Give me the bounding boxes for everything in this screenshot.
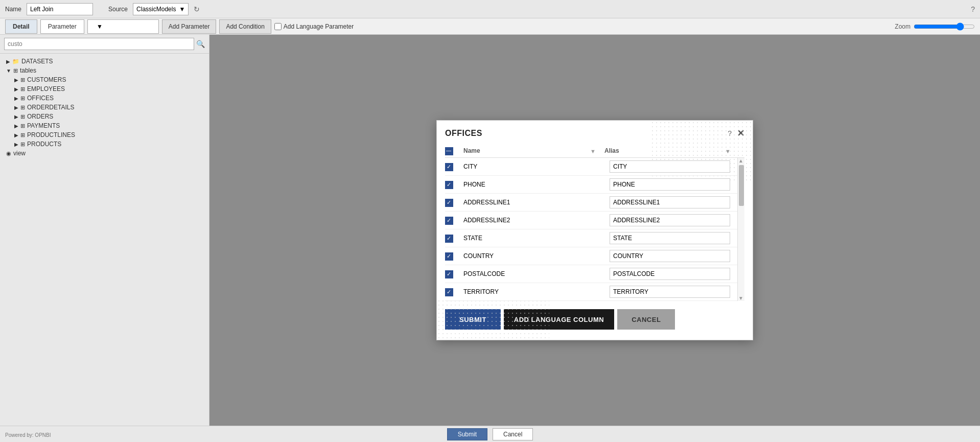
- table-row: COUNTRY: [445, 247, 737, 265]
- sidebar-item-tables[interactable]: ▼ ⊞ tables: [4, 66, 205, 75]
- table-row: POSTALCODE: [445, 265, 737, 283]
- search-icon[interactable]: 🔍: [196, 40, 205, 48]
- cancel-modal-button[interactable]: CANCEL: [617, 309, 675, 330]
- row-checkbox-addressline2[interactable]: [445, 217, 453, 225]
- alias-input-postalcode[interactable]: [610, 268, 730, 280]
- table-icon: ⊞: [20, 113, 25, 120]
- name-label: Name: [5, 6, 21, 13]
- row-name-country: COUNTRY: [461, 252, 595, 260]
- alias-column-header: Alias: [604, 147, 619, 154]
- table-row: PHONE: [445, 176, 737, 194]
- lang-param-area: Add Language Parameter: [274, 23, 354, 30]
- modal-close-icon[interactable]: ✕: [737, 128, 744, 139]
- dropdown-placeholder: [92, 23, 94, 30]
- add-parameter-button[interactable]: Add Parameter: [162, 19, 217, 34]
- sidebar-item-orders[interactable]: ▶ ⊞ ORDERS: [4, 112, 205, 121]
- bottom-submit-button[interactable]: Submit: [447, 428, 487, 440]
- table-icon: ⊞: [20, 123, 25, 129]
- arrow-icon: ▶: [14, 77, 18, 83]
- tab-dropdown[interactable]: ▼: [87, 19, 159, 34]
- row-name-phone: PHONE: [461, 181, 595, 188]
- zoom-slider[interactable]: [914, 22, 975, 31]
- modal-title: OFFICES: [445, 129, 482, 138]
- select-all-checkbox[interactable]: [445, 147, 453, 155]
- content-area: OFFICES ? ✕ Name: [209, 35, 980, 426]
- add-language-column-button[interactable]: ADD LANGUAGE COLUMN: [504, 309, 614, 330]
- source-select[interactable]: ClassicModels ▼: [133, 3, 189, 15]
- lang-param-label: Add Language Parameter: [284, 23, 354, 30]
- row-checkbox-postalcode[interactable]: [445, 270, 453, 278]
- zoom-label: Zoom: [895, 23, 911, 30]
- row-name-postalcode: POSTALCODE: [461, 270, 595, 277]
- table-icon: ⊞: [13, 67, 18, 74]
- row-checkbox-phone[interactable]: [445, 181, 453, 189]
- main-layout: 🔍 ▶ 📁 DATASETS ▼ ⊞ tables ▶ ⊞ CUSTOMERS …: [0, 35, 980, 426]
- sidebar-item-products[interactable]: ▶ ⊞ PRODUCTS: [4, 139, 205, 149]
- row-checkbox-addressline1[interactable]: [445, 199, 453, 207]
- table-row: STATE: [445, 229, 737, 247]
- vertical-scrollbar[interactable]: ▲ ▼: [737, 158, 744, 301]
- arrow-icon: ▶: [14, 96, 18, 101]
- modal-dialog: OFFICES ? ✕ Name: [436, 120, 753, 340]
- modal-footer: SUBMIT ADD LANGUAGE COLUMN CANCEL: [437, 301, 753, 340]
- row-checkbox-territory[interactable]: [445, 288, 453, 296]
- add-condition-button[interactable]: Add Condition: [219, 19, 271, 34]
- sidebar-item-customers[interactable]: ▶ ⊞ CUSTOMERS: [4, 75, 205, 84]
- source-label: Source: [108, 6, 128, 13]
- name-filter-icon[interactable]: ▼: [590, 148, 596, 154]
- alias-input-addressline1[interactable]: [610, 196, 730, 208]
- arrow-icon: ▶: [14, 142, 18, 147]
- sidebar-item-offices[interactable]: ▶ ⊞ OFFICES: [4, 94, 205, 103]
- arrow-icon: ▶: [6, 59, 10, 64]
- alias-input-phone[interactable]: [610, 178, 730, 191]
- modal-table-area: Name ▼ Alias ▼: [437, 144, 753, 301]
- alias-input-state[interactable]: [610, 232, 730, 244]
- lang-param-checkbox[interactable]: [274, 23, 282, 30]
- name-input[interactable]: [27, 3, 93, 15]
- table-row: ADDRESSLINE2: [445, 212, 737, 229]
- view-icon: ◉: [6, 150, 11, 157]
- alias-filter-icon[interactable]: ▼: [725, 148, 731, 154]
- sidebar-item-datasets[interactable]: ▶ 📁 DATASETS: [4, 57, 205, 66]
- row-checkbox-city[interactable]: [445, 163, 453, 171]
- tab-parameter[interactable]: Parameter: [40, 19, 84, 34]
- scrollbar-area: CITY PHONE: [445, 158, 744, 301]
- table-rows: CITY PHONE: [445, 158, 737, 301]
- bottom-cancel-button[interactable]: Cancel: [493, 428, 533, 440]
- arrow-icon: ▶: [14, 114, 18, 120]
- source-value: ClassicModels: [136, 6, 176, 13]
- row-name-state: STATE: [461, 235, 595, 242]
- sidebar: 🔍 ▶ 📁 DATASETS ▼ ⊞ tables ▶ ⊞ CUSTOMERS …: [0, 35, 209, 426]
- tree-container: ▶ 📁 DATASETS ▼ ⊞ tables ▶ ⊞ CUSTOMERS ▶ …: [0, 54, 209, 426]
- sidebar-item-payments[interactable]: ▶ ⊞ PAYMENTS: [4, 121, 205, 130]
- table-icon: ⊞: [20, 141, 25, 148]
- alias-input-addressline2[interactable]: [610, 214, 730, 226]
- search-input[interactable]: [4, 38, 194, 50]
- sidebar-item-employees[interactable]: ▶ ⊞ EMPLOYEES: [4, 84, 205, 94]
- refresh-icon[interactable]: ↻: [194, 5, 200, 13]
- sidebar-item-view[interactable]: ◉ view: [4, 149, 205, 158]
- table-row: ADDRESSLINE1: [445, 194, 737, 212]
- help-icon[interactable]: ?: [971, 5, 975, 13]
- arrow-icon: ▶: [14, 123, 18, 129]
- row-checkbox-state[interactable]: [445, 235, 453, 243]
- bottom-bar: Submit Cancel: [0, 426, 980, 442]
- sidebar-item-orderdetails[interactable]: ▶ ⊞ ORDERDETAILS: [4, 103, 205, 112]
- row-name-territory: TERRITORY: [461, 288, 595, 295]
- second-bar: Detail Parameter ▼ Add Parameter Add Con…: [0, 18, 980, 35]
- scrollbar-thumb[interactable]: [739, 165, 744, 206]
- modal-help-icon[interactable]: ?: [728, 129, 732, 137]
- alias-input-city[interactable]: [610, 160, 730, 173]
- sidebar-item-productlines[interactable]: ▶ ⊞ PRODUCTLINES: [4, 130, 205, 139]
- alias-input-country[interactable]: [610, 250, 730, 262]
- table-icon: ⊞: [20, 77, 25, 83]
- submit-button[interactable]: SUBMIT: [445, 309, 501, 330]
- row-checkbox-country[interactable]: [445, 252, 453, 261]
- tab-detail[interactable]: Detail: [5, 19, 37, 34]
- alias-input-territory[interactable]: [610, 286, 730, 298]
- dropdown-chevron-icon: ▼: [97, 23, 103, 30]
- table-icon: ⊞: [20, 132, 25, 138]
- table-icon: ⊞: [20, 86, 25, 92]
- arrow-icon: ▶: [14, 132, 18, 138]
- arrow-icon: ▶: [14, 105, 18, 110]
